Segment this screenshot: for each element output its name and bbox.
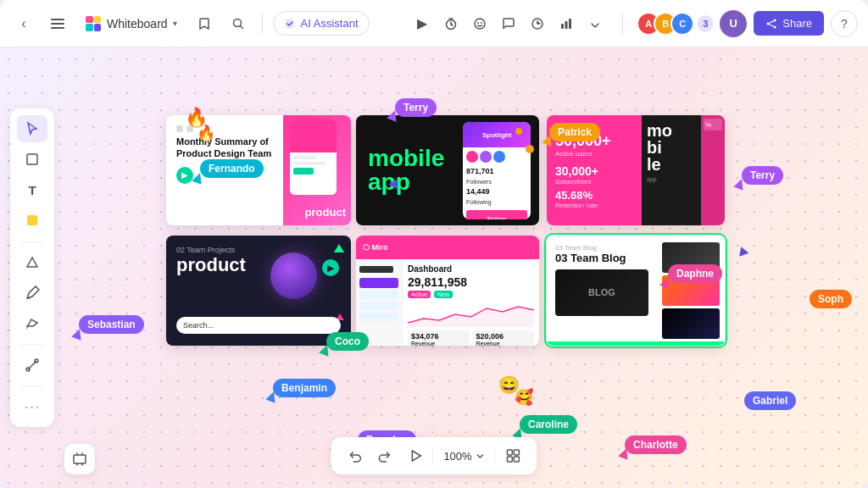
frames-panel-button[interactable] [64, 444, 95, 474]
card3-side: Sp [701, 115, 725, 225]
fit-screen-button[interactable] [500, 442, 527, 469]
card6-subtitle: 03 Team Blog [555, 244, 648, 252]
toolbar-more-btn[interactable] [581, 10, 609, 37]
user-label-fernando: Fernando [200, 159, 264, 178]
card1-phone [290, 119, 337, 195]
canvas-area[interactable]: T ··· Terry Patrick Fer [0, 47, 868, 488]
back-button[interactable]: ‹ [10, 10, 37, 37]
sidebar-frame-tool[interactable] [17, 146, 47, 173]
sidebar-shapes-tool[interactable] [17, 248, 47, 275]
user-label-daphne: Daphne [668, 264, 722, 283]
user-label-charlotte: Charlotte [625, 435, 687, 454]
card3-label3: Retention rate [555, 202, 633, 209]
share-label: Share [782, 17, 812, 30]
toolbar-timer-btn[interactable] [437, 10, 465, 37]
svg-rect-11 [561, 24, 564, 29]
user-label-soph: Soph [810, 290, 852, 308]
svg-rect-20 [27, 215, 37, 225]
card6-green-bar [547, 341, 725, 346]
user-label-terry2: Terry [742, 166, 783, 185]
user-label-gabriel: Gabriel [744, 391, 796, 410]
user-avatar[interactable]: U [720, 10, 747, 37]
svg-rect-28 [515, 457, 520, 462]
svg-point-16 [774, 25, 776, 28]
emoji-heart: 🥰 [515, 388, 533, 407]
card4-triangle-1 [334, 244, 344, 252]
user-label-benjamin: Benjamin [273, 379, 336, 397]
sidebar-divider-2 [20, 344, 44, 345]
toolbar-chat-btn[interactable] [495, 10, 522, 37]
help-button[interactable]: ? [831, 10, 858, 37]
emoji-fire-2: 🔥 [197, 124, 215, 142]
bottom-divider [432, 447, 433, 464]
user-label-terry: Terry [395, 98, 437, 117]
card2-phone: Spotlight 871,701 Followers 14,449 Follo… [463, 122, 531, 219]
bottom-toolbar: 100% [331, 437, 537, 474]
toolbar-chart-btn[interactable] [553, 10, 580, 37]
card1-product: product [305, 206, 346, 219]
bookmark-button[interactable] [191, 10, 218, 37]
card1-btn: ▶ [176, 167, 193, 184]
title-chevron: ▾ [173, 19, 177, 28]
ai-assistant-button[interactable]: AI Assistant [273, 11, 370, 36]
search-button[interactable] [225, 10, 252, 37]
card3-label2: Subscribers [555, 178, 633, 186]
svg-point-7 [475, 19, 485, 29]
svg-rect-29 [74, 455, 86, 463]
svg-point-14 [774, 19, 776, 21]
card-dashboard[interactable]: ⬡ Miro Dashboard 29,811,958 Active New [356, 236, 539, 346]
card5-num: 29,811,958 [408, 275, 534, 289]
svg-point-15 [767, 22, 770, 25]
svg-line-18 [770, 24, 774, 26]
svg-marker-24 [412, 451, 420, 461]
zoom-control[interactable]: 100% [437, 450, 492, 463]
sidebar-text-tool[interactable]: T [17, 176, 47, 203]
toolbar-next-btn[interactable]: ▶ [409, 10, 436, 37]
svg-rect-25 [508, 450, 513, 455]
whiteboard-title-text: Whiteboard [107, 17, 168, 30]
sidebar-eraser-tool[interactable] [17, 310, 47, 337]
card5-title: Dashboard [408, 264, 534, 274]
toolbar-divider-2 [622, 14, 623, 34]
undo-button[interactable] [341, 442, 368, 469]
svg-rect-13 [569, 19, 571, 29]
svg-rect-2 [51, 27, 64, 29]
sidebar-connector-tool[interactable] [17, 352, 47, 379]
card3-mobile-text: mobile [647, 122, 696, 173]
avatar-group: A B C 3 [637, 12, 713, 36]
sidebar-pen-tool[interactable] [17, 280, 47, 307]
svg-rect-1 [51, 23, 64, 25]
user-label-sebastian: Sebastian [79, 315, 144, 334]
card-team-projects[interactable]: 02 Team Projects product ▶ Search... [166, 236, 351, 346]
menu-button[interactable] [44, 10, 71, 37]
card4-search-bar: Search... [176, 317, 341, 334]
toolbar-divider-1 [262, 14, 263, 34]
sidebar-select-tool[interactable] [17, 115, 47, 142]
user-label-patrick: Patrick [549, 123, 600, 141]
play-button[interactable] [402, 442, 429, 469]
share-button[interactable]: Share [754, 11, 824, 36]
toolbar-clock-btn[interactable] [524, 10, 551, 37]
toolbar-middle: ▶ [409, 10, 609, 37]
card-mobile-app[interactable]: mobileapp Spotlight 871,701 Followers 14… [356, 115, 539, 225]
whiteboard-title-btn[interactable]: Whiteboard ▾ [78, 12, 184, 36]
svg-rect-0 [51, 19, 64, 20]
card4-arrow: ▶ [322, 259, 339, 276]
sidebar-sticky-tool[interactable] [17, 207, 47, 234]
svg-point-9 [481, 22, 482, 24]
redo-button[interactable] [371, 442, 398, 469]
toolbar-left: ‹ Whiteboard ▾ [10, 10, 402, 37]
top-toolbar: ‹ Whiteboard ▾ [0, 0, 868, 47]
card6-title: 03 Team Blog [555, 252, 648, 264]
toolbar-right: A B C 3 U Share ? [637, 10, 858, 37]
toolbar-reaction-btn[interactable] [466, 10, 493, 37]
card5-header-text: ⬡ Miro [363, 243, 388, 252]
sidebar-more-tools[interactable]: ··· [17, 393, 47, 420]
bottom-divider-2 [496, 447, 497, 464]
card-team-blog[interactable]: 03 Team Blog 03 Team Blog BLOG [547, 236, 725, 346]
svg-rect-19 [27, 154, 37, 164]
miro-logo [85, 15, 102, 32]
zoom-value: 100% [443, 450, 471, 463]
dot-decoration [526, 145, 534, 153]
ai-assistant-label: AI Assistant [301, 17, 359, 30]
